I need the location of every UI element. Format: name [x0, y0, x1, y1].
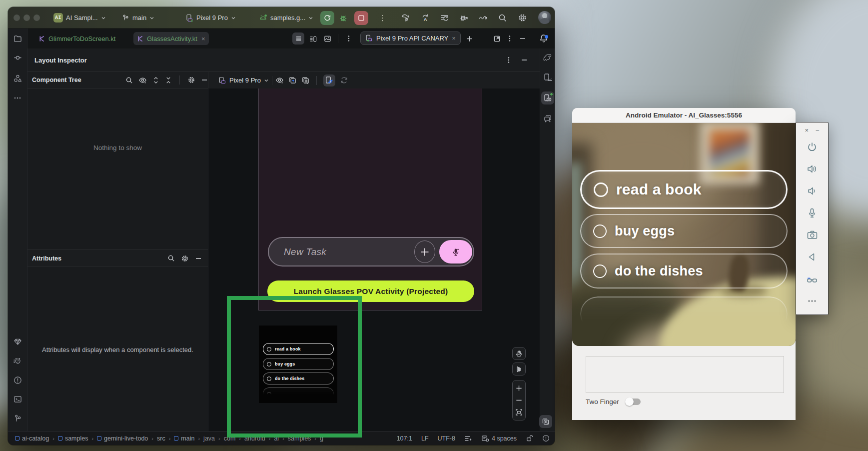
gear-icon[interactable] [181, 254, 189, 262]
project-selector[interactable]: AI Sampl... [66, 7, 106, 28]
running-device-tab[interactable]: Pixel 9 Pro API CANARY × [360, 32, 461, 45]
run-options-kebab[interactable]: ⋮ [379, 7, 386, 28]
refresh-icon[interactable] [340, 76, 348, 84]
search-everywhere-button[interactable] [495, 10, 510, 26]
vcs-branch-selector[interactable]: main [122, 7, 154, 28]
notifications-bell[interactable] [539, 34, 550, 44]
sidebar-item-more[interactable] [11, 92, 24, 104]
sidebar-item-problems[interactable] [11, 374, 24, 386]
sidebar-item-version-control[interactable] [11, 412, 24, 424]
breadcrumb-item[interactable]: java [203, 435, 215, 442]
unlocked-icon[interactable] [526, 434, 533, 442]
settings-button[interactable] [515, 10, 530, 26]
sidebar-item-gemini-chat[interactable] [541, 112, 554, 125]
rerun-button[interactable] [320, 11, 334, 25]
expand-all-icon[interactable] [152, 76, 159, 84]
visibility-eye-icon[interactable] [275, 76, 284, 84]
new-task-field[interactable]: New Task [268, 237, 474, 266]
emulator-screen[interactable]: read a book buy eggs do the dishes [572, 123, 796, 346]
emulator-glasses-button[interactable] [806, 272, 819, 286]
editor-options-kebab[interactable] [343, 32, 355, 44]
minimize-icon[interactable] [521, 56, 528, 64]
pan-mode-button[interactable] [512, 347, 526, 360]
snapshot-list-icon[interactable] [301, 76, 310, 84]
breadcrumb-item[interactable]: main [174, 435, 194, 442]
open-in-new-window-button[interactable] [490, 32, 503, 45]
inspector-device-selector[interactable]: Pixel 9 Pro [218, 76, 269, 84]
zoom-in-button[interactable] [515, 384, 523, 392]
two-finger-toggle[interactable] [625, 398, 641, 406]
attach-debugger-button[interactable] [456, 10, 471, 26]
sidebar-item-running-devices[interactable] [541, 92, 554, 104]
sidebar-item-gradle[interactable] [541, 51, 554, 64]
todo-pill[interactable]: buy eggs [580, 214, 788, 248]
emulator-microphone-button[interactable] [806, 206, 819, 220]
view-mode-code-button[interactable] [292, 32, 304, 44]
screenshot-up-icon[interactable] [288, 76, 297, 84]
editor-tab-glimmertodoscreen[interactable]: GlimmerToDoScreen.kt [35, 32, 119, 45]
hide-icon[interactable] [201, 76, 208, 84]
traffic-light-minimize[interactable] [23, 14, 30, 21]
rotation-mode-button[interactable] [512, 362, 526, 376]
apply-code-changes-button[interactable] [437, 10, 452, 26]
close-icon[interactable]: × [452, 34, 456, 42]
inspections-widget-icon[interactable] [464, 435, 472, 442]
emulator-title-bar[interactable]: Android Emulator - AI_Glasses:5556 [572, 108, 796, 123]
editor-tab-glassesactivity[interactable]: GlassesActivity.kt × [133, 32, 209, 45]
breadcrumb-item[interactable]: ai-catalog [15, 435, 49, 442]
mirrored-phone-screen[interactable]: New Task Launch Glasses POV Activity (Pr… [258, 88, 482, 310]
collapse-all-icon[interactable] [165, 76, 172, 84]
voice-input-button[interactable] [439, 240, 472, 264]
kebab-icon[interactable] [505, 56, 512, 64]
file-encoding[interactable]: UTF-8 [438, 435, 455, 442]
breadcrumb-item[interactable]: src [157, 435, 165, 442]
emulator-minimize-button[interactable]: − [816, 126, 820, 134]
apply-changes-button[interactable]: A [417, 10, 432, 26]
sidebar-item-structure[interactable] [11, 72, 24, 84]
todo-pill[interactable]: read a book [580, 170, 788, 209]
emulator-volume-down-button[interactable] [806, 184, 819, 198]
zoom-window-button[interactable] [539, 415, 552, 428]
sidebar-item-gemini[interactable] [11, 335, 24, 348]
add-device-tab-button[interactable] [463, 32, 476, 45]
view-mode-design-button[interactable] [321, 32, 333, 44]
breadcrumb-item[interactable]: gemini-live-todo [97, 435, 148, 442]
run-configuration-selector[interactable]: samples.g... [259, 7, 313, 28]
emulator-back-button[interactable] [806, 250, 819, 264]
sidebar-item-commit[interactable] [11, 51, 24, 64]
line-ending[interactable]: LF [421, 435, 429, 442]
stop-button[interactable] [354, 11, 368, 25]
profiler-button[interactable] [476, 10, 491, 26]
emulator-volume-up-button[interactable] [806, 162, 819, 176]
error-widget-icon[interactable] [542, 434, 550, 442]
add-task-button[interactable] [414, 240, 435, 263]
sidebar-item-terminal[interactable] [11, 392, 24, 406]
close-icon[interactable]: × [201, 35, 205, 42]
visibility-eye-icon[interactable] [138, 76, 147, 84]
sidebar-item-logcat[interactable] [11, 354, 24, 368]
view-mode-split-button[interactable] [307, 32, 319, 44]
hide-panel-button[interactable] [516, 32, 529, 45]
hide-icon[interactable] [195, 255, 202, 262]
gear-icon[interactable] [187, 76, 195, 84]
debug-button[interactable] [339, 7, 348, 28]
emulator-camera-button[interactable] [806, 228, 819, 242]
zoom-out-button[interactable] [515, 396, 523, 404]
caret-position[interactable]: 107:1 [397, 435, 412, 442]
search-icon[interactable] [125, 76, 133, 84]
sidebar-item-project[interactable] [11, 32, 24, 45]
user-avatar[interactable] [538, 11, 551, 24]
zoom-fit-button[interactable] [515, 408, 523, 416]
breadcrumb-item[interactable]: samples [58, 435, 88, 442]
emulator-close-button[interactable]: × [805, 126, 809, 134]
emulator-text-input[interactable] [586, 356, 784, 393]
emulator-more-button[interactable] [806, 294, 819, 308]
traffic-light-close[interactable] [13, 14, 20, 21]
search-icon[interactable] [167, 254, 175, 262]
panel-options-kebab[interactable] [503, 32, 516, 45]
todo-pill[interactable]: do the dishes [580, 254, 788, 288]
indent-widget[interactable]: 4 spaces [481, 434, 517, 442]
live-updates-toggle[interactable] [323, 74, 335, 86]
target-device-selector[interactable]: Pixel 9 Pro [185, 7, 236, 28]
sidebar-item-device-manager[interactable] [541, 71, 554, 84]
